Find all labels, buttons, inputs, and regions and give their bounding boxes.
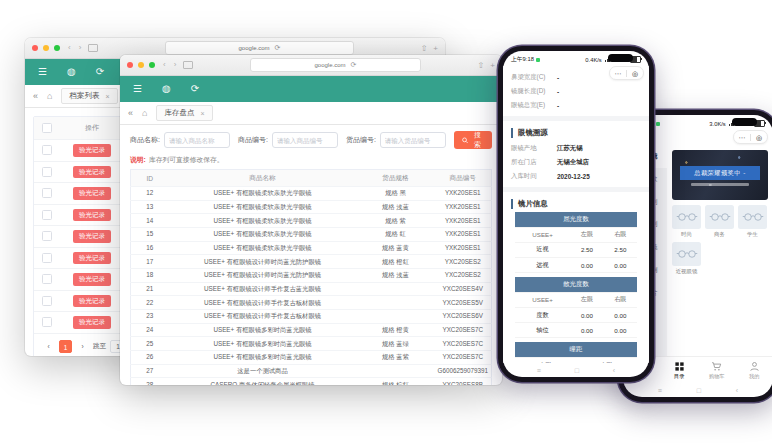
address-bar[interactable]: google.com ⟳ [250,58,421,72]
table-row: 17USEE+ 有框眼镜设计师时尚蓝光防护眼镜规格 橙红YXC20SES2 [131,255,492,269]
optometry-record-button[interactable]: 验光记录 [73,230,111,243]
source-value: 无锡全城店 [557,158,589,167]
product-image [705,205,734,229]
menu-icon[interactable]: ☰ [38,67,47,77]
product-image [672,205,701,229]
optometry-record-button[interactable]: 验光记录 [73,273,111,286]
sidebar-icon[interactable] [183,61,193,69]
close-window-button[interactable] [127,62,133,68]
product-name-cell: 这是一个测试商品 [169,364,357,378]
menu-icon[interactable]: ☰ [133,84,142,94]
refresh-icon[interactable]: ⟳ [96,67,104,77]
home-icon[interactable]: ⌂ [142,108,147,118]
tab-item-user[interactable]: 我的 [736,361,772,380]
table-row: 24USEE+ 有框眼镜多彩时尚蓝光眼镜规格 橙黄YXC20SES7C [131,323,492,337]
row-checkbox[interactable] [42,296,52,306]
recents-icon[interactable]: ≡ [658,387,662,394]
value-cell: 0.00 [604,257,637,272]
detail-page[interactable]: 鼻梁宽度(C)-镜腿长度(D)-眼镜总宽(E)- 眼镜溯源 眼镜产地江苏无锡所在… [503,66,649,363]
row-checkbox[interactable] [42,274,52,284]
next-page-icon[interactable]: › [76,340,89,353]
column-header: 货品规格 [357,170,435,187]
spec-value: - [557,88,559,95]
sidebar-icon[interactable] [88,44,98,52]
recents-icon[interactable]: ≡ [537,367,541,374]
product-card[interactable]: 时尚 [672,205,701,238]
search-button[interactable]: 搜索 [454,131,492,149]
spec-label: 鼻梁宽度(C) [511,73,557,82]
row-checkbox[interactable] [42,145,52,155]
row-checkbox[interactable] [42,253,52,263]
zoom-window-button[interactable] [149,62,155,68]
optometry-record-button[interactable]: 验光记录 [73,295,111,308]
lens-data-table: 散光度数USEE+左眼右眼度数0.000.00轴位0.000.00 [515,277,637,338]
globe-icon[interactable]: ◍ [67,67,76,77]
tab-inventory[interactable]: 库存盘点 × [156,105,212,121]
detail-row: 眼镜总宽(E)- [511,98,641,112]
home-nav-icon[interactable]: □ [575,367,579,374]
product-name-input[interactable] [164,132,230,148]
back-nav-icon[interactable]: ‹ [613,367,615,374]
product-card[interactable]: 学生 [738,205,767,238]
promo-banner[interactable]: 总裁荣耀颁奖中 - [672,150,768,200]
detail-row: 所在门店无锡全城店 [511,155,641,169]
reload-icon[interactable]: ⟳ [275,44,281,52]
row-checkbox[interactable] [42,231,52,241]
reload-icon[interactable]: ⟳ [351,61,357,69]
more-icon[interactable]: ⋯ [610,68,626,79]
optometry-record-button[interactable]: 验光记录 [73,166,111,179]
tab-item-label: 我的 [749,373,759,380]
home-nav-icon[interactable]: □ [697,387,701,394]
row-checkbox[interactable] [42,317,52,327]
optometry-record-button[interactable]: 验光记录 [73,316,111,329]
zoom-window-button[interactable] [54,45,60,51]
goods-code-input[interactable] [380,132,446,148]
select-all-checkbox[interactable] [42,123,52,133]
home-icon[interactable]: ⌂ [47,91,52,101]
optometry-record-button[interactable]: 验光记录 [73,252,111,265]
address-bar[interactable]: google.com ⟳ [165,41,354,55]
more-icon[interactable]: ⋯ [734,132,750,143]
column-header: 商品名称 [169,170,357,187]
share-icon[interactable]: ⇧ [478,61,485,70]
product-card[interactable]: 近视眼镜 [672,242,701,275]
new-tab-icon[interactable]: + [490,61,495,70]
collapse-tabs-icon[interactable]: « [33,91,38,101]
product-name-cell: USEE+ 有框眼镜设计师手作复古板材眼镜 [169,296,357,310]
minimize-window-button[interactable] [43,45,49,51]
product-code-input[interactable] [272,132,338,148]
product-card[interactable]: 商务 [705,205,734,238]
close-tab-icon[interactable]: × [200,110,204,117]
tab-item-cart[interactable]: 购物车 [698,361,736,380]
product-name-cell: USEE+ 有框眼镜设计师时尚蓝光防护眼镜 [169,269,357,283]
minimize-window-button[interactable] [138,62,144,68]
table-row: 15USEE+ 有框眼镜柔软亲肤光学眼镜规格 红YXK20SES1 [131,228,492,242]
row-checkbox[interactable] [42,167,52,177]
source-value: 2020-12-25 [557,173,590,180]
product-name-cell: USEE+ 有框眼镜柔软亲肤光学眼镜 [169,241,357,255]
close-window-button[interactable] [32,45,38,51]
browser-back-icon[interactable]: ‹ [68,44,71,52]
globe-icon[interactable]: ◍ [162,84,171,94]
tab-archives[interactable]: 档案列表 × [61,88,117,104]
back-nav-icon[interactable]: ‹ [736,387,738,394]
exit-icon[interactable]: ◎ [751,132,767,143]
exit-icon[interactable]: ◎ [627,68,643,79]
row-checkbox[interactable] [42,210,52,220]
spec-cell [357,282,435,296]
browser-forward-icon[interactable]: › [174,61,177,69]
tab-item-grid[interactable]: 目录 [661,361,699,380]
share-icon[interactable]: ⇧ [421,44,428,53]
browser-forward-icon[interactable]: › [79,44,82,52]
browser-back-icon[interactable]: ‹ [163,61,166,69]
page-button[interactable]: 1 [59,340,72,353]
optometry-record-button[interactable]: 验光记录 [73,209,111,222]
collapse-tabs-icon[interactable]: « [128,108,133,118]
new-tab-icon[interactable]: + [433,44,438,53]
prev-page-icon[interactable]: ‹ [42,340,55,353]
optometry-record-button[interactable]: 验光记录 [73,187,111,200]
refresh-icon[interactable]: ⟳ [191,84,199,94]
close-tab-icon[interactable]: × [105,93,109,100]
row-checkbox[interactable] [42,188,52,198]
optometry-record-button[interactable]: 验光记录 [73,144,111,157]
